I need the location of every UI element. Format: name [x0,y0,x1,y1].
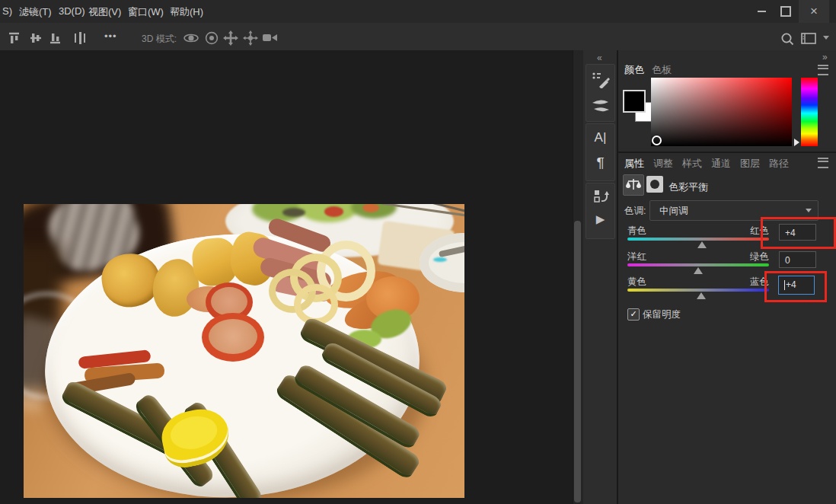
chevron-down-icon [806,209,812,212]
menu-bar: S) 滤镜(T) 3D(D) 视图(V) 窗口(W) 帮助(H) × [0,0,836,24]
scrollbar-thumb[interactable] [574,221,581,502]
tab-color[interactable]: 颜色 [624,63,644,77]
tone-label: 色调: [624,205,646,218]
tab-layers[interactable]: 图层 [740,157,760,171]
photoshop-window: S) 滤镜(T) 3D(D) 视图(V) 窗口(W) 帮助(H) × ••• 3… [0,0,836,504]
3d-camera-icon[interactable] [262,32,279,43]
align-bottom-icon[interactable] [49,32,62,44]
color-gradient-field[interactable] [651,78,792,146]
workspace-switcher-icon[interactable] [801,33,816,44]
tab-styles[interactable]: 样式 [682,157,702,171]
preserve-luminosity-label: 保留明度 [643,308,681,321]
menu-item-window[interactable]: 窗口(W) [128,5,164,19]
magenta-green-value-input[interactable]: 0 [779,251,816,268]
hue-strip[interactable] [801,78,818,146]
hue-slider-pointer[interactable] [794,139,799,146]
tab-paths[interactable]: 路径 [769,157,789,171]
color-panel: 颜色 色板 [618,59,836,152]
brushes-icon[interactable] [586,97,614,115]
properties-panel: 属性 调整 样式 通道 图层 路径 色彩平衡 色调: 中间调 青色 红色 [618,153,836,504]
tab-adjustments[interactable]: 调整 [653,157,673,171]
document-photo [24,204,464,498]
more-options-icon[interactable]: ••• [104,30,117,42]
panel-icon-strip: « A| ¶ ▶ [583,50,618,504]
adjustment-title: 色彩平衡 [668,180,708,194]
maximize-button[interactable] [774,0,797,23]
tone-dropdown-value: 中间调 [659,205,688,218]
yellow-blue-slider-thumb[interactable] [697,292,706,299]
search-icon[interactable] [780,32,794,46]
photo-stuffed-tomato-bottom [202,313,264,362]
menu-item-view[interactable]: 视图(V) [88,5,121,19]
yellow-blue-slider[interactable] [627,289,769,292]
cyan-red-slider-thumb[interactable] [697,241,707,248]
properties-panel-menu-icon[interactable] [818,158,828,168]
3d-slide-icon[interactable] [243,30,258,46]
color-picker-cursor[interactable] [652,136,662,145]
annotation-highlight-blue-value [764,271,827,302]
expand-panels-icon[interactable]: « [597,53,602,63]
distribute-center-icon[interactable] [74,31,86,45]
options-bar: ••• 3D 模式: [0,23,836,51]
minimize-icon [758,11,766,12]
character-panel-icon[interactable]: A| [586,130,614,145]
cyan-label: 青色 [627,225,646,238]
close-button[interactable]: × [799,0,829,23]
3d-pan-icon[interactable] [223,30,238,46]
preserve-luminosity-checkbox[interactable]: ✓ [627,308,640,321]
layer-mask-thumbnail[interactable] [646,176,663,193]
green-label: 绿色 [746,250,769,263]
actions-panel-icon[interactable]: ▶ [586,212,614,226]
check-icon: ✓ [630,309,637,318]
clone-source-icon[interactable] [586,188,614,206]
align-top-icon[interactable] [8,32,21,44]
magenta-green-slider[interactable] [627,263,769,266]
3d-mode-label: 3D 模式: [142,33,177,46]
annotation-highlight-red-value [761,217,836,249]
foreground-color-swatch[interactable] [623,90,646,113]
brush-settings-icon[interactable] [586,70,614,88]
maximize-icon [780,6,791,17]
3d-orbit-icon[interactable] [183,31,199,45]
paragraph-panel-icon[interactable]: ¶ [586,155,614,171]
menu-item-help[interactable]: 帮助(H) [170,5,203,19]
magenta-green-slider-thumb[interactable] [694,267,703,274]
tab-channels[interactable]: 通道 [711,157,731,171]
align-middle-icon[interactable] [29,32,43,44]
chevron-down-icon[interactable] [823,36,829,40]
tab-properties[interactable]: 属性 [624,157,644,171]
vertical-scrollbar [573,50,584,504]
menu-item-overflow[interactable]: S) [2,5,12,17]
minimize-button[interactable] [750,0,773,23]
canvas-area [0,50,573,504]
cyan-red-slider[interactable] [627,238,769,241]
color-balance-icon [623,174,644,196]
yellow-label: 黄色 [627,276,646,289]
color-panel-menu-icon[interactable] [818,65,828,75]
magenta-label: 洋红 [627,250,646,263]
close-icon: × [810,4,818,19]
menu-item-3d[interactable]: 3D(D) [59,5,85,17]
tab-swatches[interactable]: 色板 [652,63,672,77]
3d-roll-icon[interactable] [204,31,219,45]
menu-item-filter[interactable]: 滤镜(T) [19,5,52,19]
